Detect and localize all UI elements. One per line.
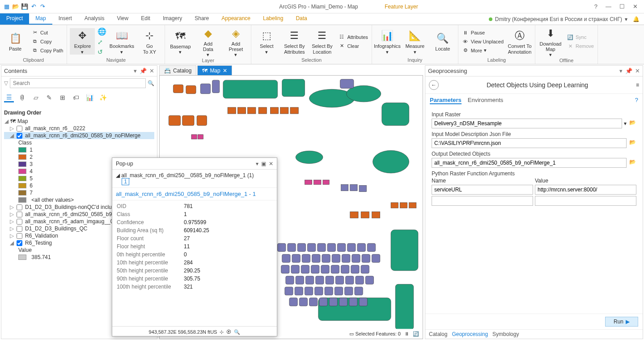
list-by-labeling-icon[interactable]: 🏷 (71, 93, 81, 102)
copy-path-button[interactable]: ⧉Copy Path (30, 46, 64, 55)
explore-button[interactable]: ✥Explore▾ (70, 28, 95, 54)
popup-coord-icon[interactable]: ⊹ (220, 329, 224, 335)
pause-draw-icon[interactable]: ⏸ (404, 331, 409, 336)
popup-attribute-table[interactable]: OID781Class1Confidence0.975599Building A… (112, 200, 277, 326)
toc-map[interactable]: ◢🗺 Map (4, 118, 154, 125)
list-by-drawing-order-icon[interactable]: ☰ (4, 93, 14, 102)
copy-button[interactable]: ⧉Copy (30, 37, 64, 46)
tab-appearance[interactable]: Appearance (215, 13, 257, 25)
arg-name-0[interactable] (432, 185, 533, 195)
tab-data[interactable]: Data (289, 13, 313, 25)
list-by-selection-icon[interactable]: ▱ (31, 93, 41, 102)
popup-dock-icon[interactable]: ▣ (261, 161, 266, 167)
input-raster-browse-icon[interactable]: 📂 (628, 119, 636, 128)
run-button[interactable]: Run ▶ (605, 317, 638, 327)
bookmarks-button[interactable]: 📖Bookmarks▾ (109, 28, 134, 54)
pause-labeling-button[interactable]: ⏸Pause (461, 28, 504, 37)
locate-button[interactable]: 🔍Locate (430, 31, 455, 51)
popup-record-index[interactable]: 1 (122, 178, 129, 185)
tab-edit[interactable]: Edit (135, 13, 157, 25)
help-icon[interactable]: ? (594, 3, 597, 10)
contents-menu-icon[interactable]: ▾ (134, 68, 137, 74)
model-browse-icon[interactable]: 📂 (628, 139, 636, 147)
add-preset-button[interactable]: ◈Add Preset▾ (223, 26, 248, 57)
refresh-icon[interactable]: 🔄 (413, 331, 419, 337)
model-field[interactable] (432, 138, 627, 148)
gp-menu-icon[interactable]: ▾ (619, 68, 623, 74)
infographics-button[interactable]: 📊Infographics▾ (375, 28, 400, 54)
popup-target-icon[interactable]: ⦿ (226, 329, 231, 335)
tab-insert[interactable]: Insert (52, 13, 78, 25)
select-button[interactable]: ⬚Select▾ (254, 28, 279, 54)
convert-to-annotation-button[interactable]: ⒶConvert To Annotation (507, 28, 532, 54)
list-by-charts-icon[interactable]: 📊 (85, 93, 94, 102)
maximize-icon[interactable]: ☐ (619, 3, 625, 10)
sync-button[interactable]: 🔄Sync (566, 33, 595, 42)
doc-tab-map[interactable]: 🗺 Map ✕ (197, 65, 232, 75)
remove-button[interactable]: ✕Remove (566, 42, 595, 51)
contents-pin-icon[interactable]: 📌 (140, 68, 147, 74)
search-icon[interactable]: 🔍 (148, 80, 154, 86)
output-browse-icon[interactable]: 📂 (628, 159, 636, 167)
gp-options-icon[interactable]: ≡ (636, 82, 639, 88)
doc-tab-catalog[interactable]: 📇 Catalog (159, 65, 196, 75)
filter-icon[interactable]: ▽ (4, 80, 8, 86)
tab-view[interactable]: View (110, 13, 135, 25)
popup-close-icon[interactable]: ✕ (269, 161, 273, 167)
popup-nav[interactable]: ◢ all_mask_rcnn_r6_dmi250__0585_b9_noFlM… (112, 170, 277, 188)
select-by-location-button[interactable]: ☰Select By Location (309, 28, 335, 54)
toc-layer-1[interactable]: ◢ all_mask_rcnn_r6_dmi250_0585_b9_noFlMe… (4, 132, 154, 139)
popup-header[interactable]: Pop-up ▾▣✕ (112, 158, 277, 170)
tab-project[interactable]: Project (0, 13, 29, 25)
attributes-button[interactable]: ☷Attributes (337, 33, 369, 42)
bottom-tab-symbology[interactable]: Symbology (492, 331, 519, 337)
popup-zoom-icon[interactable]: 🔍 (234, 329, 240, 335)
gp-pin-icon[interactable]: 📌 (625, 68, 632, 74)
arg-value-0[interactable] (535, 185, 636, 195)
gp-back-button[interactable]: ← (429, 80, 439, 90)
arg-value-1[interactable] (535, 196, 636, 206)
view-unplaced-button[interactable]: 👁View Unplaced (461, 37, 504, 46)
more-labeling-button[interactable]: ⚙More▾ (461, 46, 504, 55)
popup-menu-icon[interactable]: ▾ (256, 161, 258, 167)
open-icon[interactable]: 📂 (12, 3, 20, 11)
notifications-icon[interactable]: 🔔 (633, 16, 640, 22)
select-by-attributes-button[interactable]: ☰Select By Attributes (282, 28, 307, 54)
output-field[interactable] (432, 158, 627, 168)
list-by-source-icon[interactable]: 🛢 (17, 93, 27, 102)
tab-imagery[interactable]: Imagery (157, 13, 188, 25)
list-by-snapping-icon[interactable]: ⊞ (58, 93, 68, 102)
gp-close-icon[interactable]: ✕ (635, 68, 640, 74)
user-area[interactable]: Dmitry (Конференция Esri в России и стра… (484, 13, 644, 25)
tab-analysis[interactable]: Analysis (78, 13, 111, 25)
list-by-perceptual-icon[interactable]: ✨ (98, 93, 108, 102)
fixed-zoom-icon[interactable]: ⤢ (97, 38, 106, 46)
input-raster-field[interactable] (432, 119, 622, 128)
redo-icon[interactable]: ↷ (38, 3, 47, 11)
gp-help-icon[interactable]: ? (635, 97, 638, 104)
contents-close-icon[interactable]: ✕ (149, 68, 154, 74)
minimize-icon[interactable]: — (606, 3, 611, 10)
paste-button[interactable]: 📋Paste (3, 31, 28, 51)
basemap-button[interactable]: 🗺Basemap▾ (168, 29, 193, 55)
full-extent-icon[interactable]: 🌐 (97, 27, 106, 36)
close-icon[interactable]: ✕ (633, 3, 638, 10)
arg-name-1[interactable] (432, 196, 533, 206)
popup-feature-link[interactable]: all_mask_rcnn_r6_dmi250_0585_b9_noFlMerg… (112, 188, 277, 200)
bottom-tab-catalog[interactable]: Catalog (429, 331, 447, 337)
bottom-tab-geoprocessing[interactable]: Geoprocessing (452, 331, 488, 337)
list-by-editing-icon[interactable]: ✎ (44, 93, 54, 102)
add-data-button[interactable]: ◆Add Data▾ (195, 26, 220, 57)
contents-search-input[interactable] (10, 78, 146, 88)
tab-share[interactable]: Share (188, 13, 215, 25)
popup-window[interactable]: Pop-up ▾▣✕ ◢ all_mask_rcnn_r6_dmi250__05… (112, 157, 277, 336)
tab-labeling[interactable]: Labeling (257, 13, 289, 25)
project-icon[interactable]: ▦ (3, 3, 11, 11)
toc-layer-0[interactable]: ▷ all_mask_rcnn_r6__0222 (4, 125, 154, 132)
clear-button[interactable]: ✕Clear (337, 42, 369, 51)
gp-tab-environments[interactable]: Environments (468, 97, 503, 104)
download-map-button[interactable]: ⬇Download Map▾ (538, 26, 563, 57)
goto-xy-button[interactable]: ⊹Go To XY (137, 28, 162, 54)
save-icon[interactable]: 💾 (21, 3, 29, 11)
input-raster-dropdown-icon[interactable]: ▾ (624, 120, 627, 127)
